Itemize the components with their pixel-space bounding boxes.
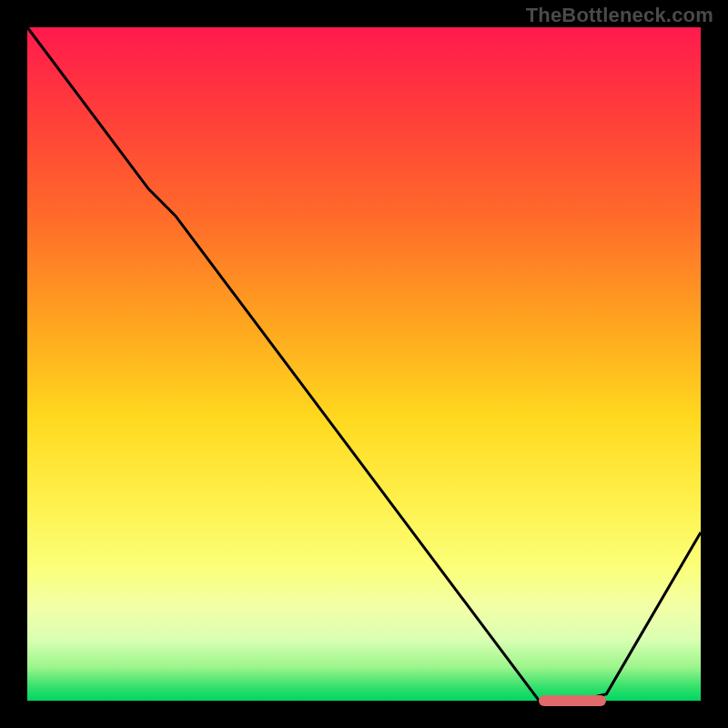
chart-container: TheBottleneck.com [0,0,728,728]
optimal-range-marker [539,695,606,706]
bottleneck-curve [27,27,701,701]
curve-overlay [27,27,701,701]
watermark-text: TheBottleneck.com [526,4,713,27]
